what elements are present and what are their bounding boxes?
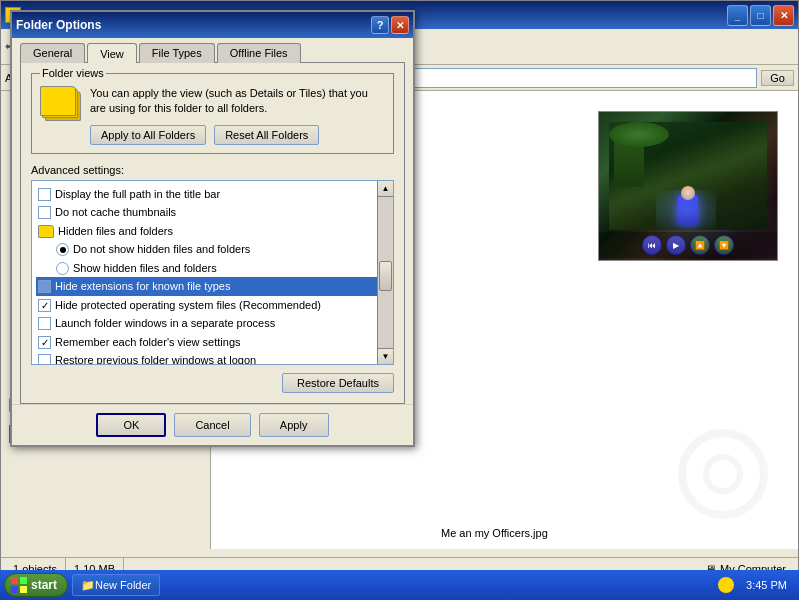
minimize-button[interactable]: _	[727, 5, 748, 26]
checkbox-no-cache[interactable]	[38, 206, 51, 219]
svg-rect-1	[20, 577, 27, 584]
restore-defaults-area: Restore Defaults	[31, 373, 394, 393]
dialog-close-button[interactable]: ✕	[391, 16, 409, 34]
thumbnail-area: ⏮ ▶ 🔼 🔽	[598, 111, 778, 261]
setting-no-cache-label: Do not cache thumbnails	[55, 204, 176, 221]
help-button[interactable]: ?	[371, 16, 389, 34]
advanced-settings-label: Advanced settings:	[31, 164, 394, 176]
setting-dont-show-label: Do not show hidden files and folders	[73, 241, 250, 258]
checkbox-remember-view[interactable]	[38, 336, 51, 349]
file-label: Me an my Officers.jpg	[441, 527, 548, 539]
start-button[interactable]: start	[4, 573, 68, 597]
radio-show-hidden[interactable]	[56, 262, 69, 275]
maximize-button[interactable]: □	[750, 5, 771, 26]
setting-restore-windows[interactable]: Restore previous folder windows at logon	[36, 351, 389, 365]
dialog-title: Folder Options	[16, 18, 101, 32]
setting-hide-ext-label: Hide extensions for known file types	[55, 278, 230, 295]
setting-launch-separate[interactable]: Launch folder windows in a separate proc…	[36, 314, 389, 333]
windows-logo-icon	[11, 577, 27, 593]
tab-offline-label: Offline Files	[230, 47, 288, 59]
folder-views-description: You can apply the view (such as Details …	[90, 86, 385, 117]
checkbox-hide-extensions[interactable]	[38, 280, 51, 293]
folder-stack-icon	[40, 86, 80, 126]
svg-rect-0	[11, 577, 18, 584]
tab-bar: General View File Types Offline Files	[12, 38, 413, 62]
folder-group-icon	[38, 225, 54, 238]
tab-view-label: View	[100, 48, 124, 60]
setting-launch-label: Launch folder windows in a separate proc…	[55, 315, 275, 332]
taskbar-clock: 3:45 PM	[738, 579, 795, 591]
svg-rect-2	[11, 586, 18, 593]
tab-view[interactable]: View	[87, 43, 137, 63]
explorer-close-button[interactable]: ✕	[773, 5, 794, 26]
folder-views-label: Folder views	[40, 67, 106, 79]
tab-general[interactable]: General	[20, 43, 85, 63]
setting-hide-protected-label: Hide protected operating system files (R…	[55, 297, 321, 314]
apply-button[interactable]: Apply	[259, 413, 329, 437]
media-up-button[interactable]: 🔼	[690, 235, 710, 255]
go-button[interactable]: Go	[761, 70, 794, 86]
restore-defaults-button[interactable]: Restore Defaults	[282, 373, 394, 393]
checkbox-restore-windows[interactable]	[38, 354, 51, 365]
explorer-window-controls: _ □ ✕	[727, 5, 794, 26]
folder-stack-3	[40, 86, 76, 116]
media-play-button[interactable]: ▶	[666, 235, 686, 255]
tray-icon	[718, 577, 734, 593]
settings-list[interactable]: Display the full path in the title bar D…	[31, 180, 394, 365]
setting-hide-extensions[interactable]: Hide extensions for known file types	[36, 277, 389, 296]
setting-no-cache-thumbnails[interactable]: Do not cache thumbnails	[36, 203, 389, 222]
scrollbar-thumb[interactable]	[379, 261, 392, 291]
tab-general-label: General	[33, 47, 72, 59]
watermark-circle	[678, 429, 768, 519]
start-label: start	[31, 578, 57, 592]
cancel-button[interactable]: Cancel	[174, 413, 250, 437]
setting-hidden-folder-label: Hidden files and folders	[58, 223, 173, 240]
setting-display-path-label: Display the full path in the title bar	[55, 186, 220, 203]
checkbox-launch-separate[interactable]	[38, 317, 51, 330]
dialog-titlebar: Folder Options ? ✕	[12, 12, 413, 38]
taskbar-items: 📁 New Folder	[72, 574, 714, 596]
scrollbar-down[interactable]: ▼	[378, 348, 393, 364]
checkbox-hide-protected[interactable]	[38, 299, 51, 312]
setting-remember-label: Remember each folder's view settings	[55, 334, 241, 351]
folder-options-dialog: Folder Options ? ✕ General View File Typ…	[10, 10, 415, 447]
dialog-controls: ? ✕	[371, 16, 409, 34]
setting-hidden-folder-group: Hidden files and folders	[36, 222, 389, 241]
reset-all-folders-button[interactable]: Reset All Folders	[214, 125, 319, 145]
setting-hide-protected[interactable]: Hide protected operating system files (R…	[36, 296, 389, 315]
tab-view-content: Folder views You can apply the view (suc…	[20, 62, 405, 404]
tab-filetypes[interactable]: File Types	[139, 43, 215, 63]
watermark	[678, 429, 778, 529]
folder-views-section: Folder views You can apply the view (suc…	[31, 73, 394, 154]
checkbox-display-path[interactable]	[38, 188, 51, 201]
taskbar-explorer-item[interactable]: 📁 New Folder	[72, 574, 160, 596]
media-down-button[interactable]: 🔽	[714, 235, 734, 255]
tab-offline[interactable]: Offline Files	[217, 43, 301, 63]
media-prev-button[interactable]: ⏮	[642, 235, 662, 255]
scrollbar-up[interactable]: ▲	[378, 181, 393, 197]
settings-list-inner: Display the full path in the title bar D…	[34, 183, 391, 365]
desktop: New Folder _ □ ✕ ⬅ ➡ ⬆ 🔍 📁 Address Go	[0, 0, 799, 600]
tab-filetypes-label: File Types	[152, 47, 202, 59]
dialog-footer: OK Cancel Apply	[12, 404, 413, 445]
setting-restore-label: Restore previous folder windows at logon	[55, 352, 256, 365]
setting-display-full-path[interactable]: Display the full path in the title bar	[36, 185, 389, 204]
setting-dont-show-hidden[interactable]: Do not show hidden files and folders	[36, 240, 389, 259]
folder-views-buttons: Apply to All Folders Reset All Folders	[90, 125, 385, 145]
game-thumbnail: ⏮ ▶ 🔼 🔽	[598, 111, 778, 261]
folder-views-content: You can apply the view (such as Details …	[40, 86, 385, 145]
setting-show-hidden-label: Show hidden files and folders	[73, 260, 217, 277]
settings-scrollbar[interactable]: ▲ ▼	[377, 181, 393, 364]
radio-dont-show-hidden[interactable]	[56, 243, 69, 256]
taskbar-item-label: New Folder	[95, 579, 151, 591]
svg-rect-3	[20, 586, 27, 593]
ok-button[interactable]: OK	[96, 413, 166, 437]
taskbar: start 📁 New Folder 3:45 PM	[0, 570, 799, 600]
setting-remember-view[interactable]: Remember each folder's view settings	[36, 333, 389, 352]
setting-show-hidden[interactable]: Show hidden files and folders	[36, 259, 389, 278]
apply-all-folders-button[interactable]: Apply to All Folders	[90, 125, 206, 145]
